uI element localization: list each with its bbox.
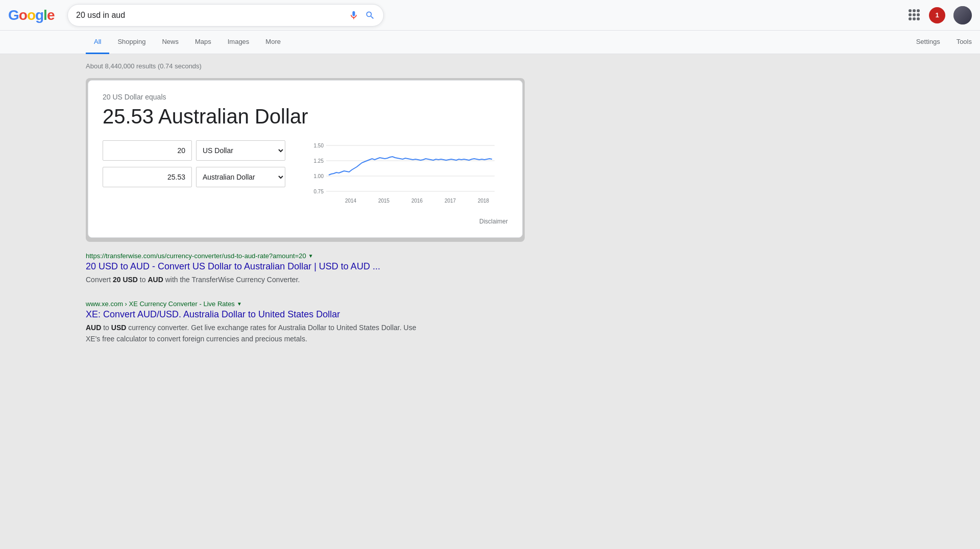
result-url-text-2: www.xe.com › XE Currency Converter - Liv… xyxy=(86,300,235,308)
svg-text:1.25: 1.25 xyxy=(314,158,324,164)
apps-icon[interactable] xyxy=(909,9,921,21)
search-results: https://transferwise.com/us/currency-con… xyxy=(86,252,423,344)
result-url-1: https://transferwise.com/us/currency-con… xyxy=(86,252,423,260)
tab-tools[interactable]: Tools xyxy=(948,31,980,54)
search-button-icon[interactable] xyxy=(365,10,375,20)
header-right: 1 xyxy=(909,6,972,24)
tab-more[interactable]: More xyxy=(257,31,289,54)
svg-text:2017: 2017 xyxy=(445,198,456,204)
widget-result: 25.53 Australian Dollar xyxy=(103,105,508,128)
converter-form: US Dollar Euro British Pound Australian … xyxy=(103,140,285,187)
result-snippet-2: AUD to USD currency converter. Get live … xyxy=(86,322,423,344)
search-input[interactable] xyxy=(76,11,349,20)
widget-container: 20 US Dollar equals 25.53 Australian Dol… xyxy=(86,78,525,242)
tab-shopping[interactable]: Shopping xyxy=(109,31,154,54)
widget-body: US Dollar Euro British Pound Australian … xyxy=(103,140,508,212)
to-amount-input[interactable] xyxy=(103,167,192,187)
currency-widget: 20 US Dollar equals 25.53 Australian Dol… xyxy=(88,80,523,238)
result-stats: About 8,440,000 results (0.74 seconds) xyxy=(86,62,980,70)
nav-bar: All Shopping News Maps Images More Setti… xyxy=(0,31,980,54)
svg-text:2018: 2018 xyxy=(478,198,489,204)
notification-badge[interactable]: 1 xyxy=(929,7,945,23)
svg-text:2016: 2016 xyxy=(411,198,423,204)
result-title-2[interactable]: XE: Convert AUD/USD. Australia Dollar to… xyxy=(86,309,423,320)
search-icons xyxy=(349,10,375,20)
to-currency-select[interactable]: Australian Dollar US Dollar Euro British… xyxy=(196,167,285,187)
svg-text:0.75: 0.75 xyxy=(314,189,324,194)
header: Google xyxy=(0,0,980,31)
tab-settings[interactable]: Settings xyxy=(908,31,948,54)
main-content: About 8,440,000 results (0.74 seconds) 2… xyxy=(0,54,980,344)
svg-text:2014: 2014 xyxy=(345,198,357,204)
google-logo[interactable]: Google xyxy=(8,8,55,23)
from-currency-select[interactable]: US Dollar Euro British Pound Australian … xyxy=(196,140,285,161)
result-url-text-1: https://transferwise.com/us/currency-con… xyxy=(86,252,306,260)
mic-icon[interactable] xyxy=(349,10,359,20)
search-result-2: www.xe.com › XE Currency Converter - Liv… xyxy=(86,300,423,344)
converter-row-from: US Dollar Euro British Pound Australian … xyxy=(103,140,285,161)
result-snippet-1: Convert 20 USD to AUD with the TransferW… xyxy=(86,274,423,286)
search-bar xyxy=(67,4,384,27)
user-avatar[interactable] xyxy=(953,6,972,24)
tab-images[interactable]: Images xyxy=(219,31,258,54)
result-title-1[interactable]: 20 USD to AUD - Convert US Dollar to Aus… xyxy=(86,261,423,272)
search-result-1: https://transferwise.com/us/currency-con… xyxy=(86,252,423,286)
disclaimer-link[interactable]: Disclaimer xyxy=(103,218,508,225)
svg-text:2015: 2015 xyxy=(378,198,390,204)
svg-text:1.00: 1.00 xyxy=(314,173,324,179)
svg-text:1.50: 1.50 xyxy=(314,143,324,148)
search-bar-wrapper xyxy=(67,4,384,27)
tab-news[interactable]: News xyxy=(154,31,187,54)
from-amount-input[interactable] xyxy=(103,140,192,161)
exchange-rate-chart: 1.50 1.25 1.00 0.75 2014 2015 2016 2017 … xyxy=(306,140,508,212)
tab-all[interactable]: All xyxy=(86,31,109,54)
result-url-2: www.xe.com › XE Currency Converter - Liv… xyxy=(86,300,423,308)
converter-row-to: Australian Dollar US Dollar Euro British… xyxy=(103,167,285,187)
tab-maps[interactable]: Maps xyxy=(187,31,219,54)
widget-subtitle: 20 US Dollar equals xyxy=(103,93,508,101)
